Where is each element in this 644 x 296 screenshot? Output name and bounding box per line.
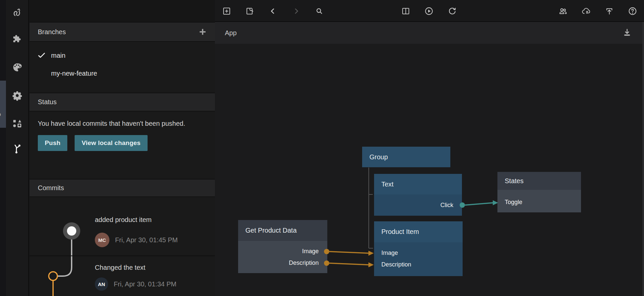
run-preview-icon[interactable] <box>422 4 435 18</box>
status-title: Status <box>38 98 57 106</box>
hierarchy-edge <box>369 168 373 248</box>
push-button[interactable]: Push <box>38 135 67 151</box>
node-group[interactable]: Group <box>362 147 450 167</box>
component-title: App <box>225 29 237 37</box>
navigate-back-icon[interactable] <box>266 4 279 18</box>
output-port-image[interactable]: Image <box>302 248 319 255</box>
commit-message: Changed the text <box>95 264 145 271</box>
branches-section-header: Branches <box>30 22 215 42</box>
branch-item-my-new-feature[interactable]: my-new-feature <box>30 64 215 82</box>
window-edge-strip <box>642 22 644 296</box>
input-port-image[interactable]: Image <box>381 250 398 257</box>
navigate-forward-icon[interactable] <box>290 4 303 18</box>
commits-title: Commits <box>38 184 64 192</box>
node-graph-canvas[interactable]: Group Text Click States Toggle Get Produ… <box>215 44 644 296</box>
deploy-upload-icon[interactable] <box>603 4 616 18</box>
node-text[interactable]: Text Click <box>374 174 462 216</box>
commits-section-header: Commits <box>30 179 215 197</box>
commit-row[interactable]: added product item MC Fri, Apr 30, 01:45… <box>30 197 215 256</box>
wire-arrowhead <box>368 262 374 267</box>
input-port-toggle[interactable]: Toggle <box>505 199 522 206</box>
panel-top-spacer <box>30 0 215 22</box>
node-title: Group <box>362 147 450 167</box>
left-edge-clipped-panel: t o <box>0 81 6 128</box>
author-avatar: AN <box>95 277 108 291</box>
node-product-item[interactable]: Product Item Image Description <box>374 221 463 276</box>
branch-item-main[interactable]: main <box>30 46 215 64</box>
output-port-description[interactable]: Description <box>289 259 319 266</box>
clipped-text-fragment: o <box>0 111 1 118</box>
status-message: You have local commits that haven't been… <box>38 118 200 129</box>
status-section-header: Status <box>30 93 215 111</box>
left-edge-clipped-window: t o <box>0 0 6 296</box>
settings-gear-icon[interactable] <box>10 88 25 103</box>
version-control-branch-icon[interactable] <box>10 141 25 156</box>
download-icon[interactable] <box>621 27 633 38</box>
current-branch-check-icon <box>37 50 47 60</box>
commit-row[interactable]: Changed the text AN Fri, Apr 30, 01:34 P… <box>30 256 215 296</box>
components-puzzle-icon[interactable] <box>10 32 25 46</box>
wire-click-toggle <box>465 203 493 205</box>
styles-palette-icon[interactable] <box>10 60 25 75</box>
noodl-editor-window: t o <box>0 0 644 296</box>
component-search-icon[interactable] <box>243 4 256 18</box>
version-control-panel: Branches main my-new-feature Status You … <box>30 0 215 296</box>
node-title: Product Item <box>374 221 463 242</box>
wire-image <box>329 252 369 253</box>
status-body: You have local commits that haven't been… <box>30 118 215 179</box>
commits-list: added product item MC Fri, Apr 30, 01:45… <box>30 197 215 296</box>
search-icon[interactable] <box>312 4 326 18</box>
component-header-bar: App <box>215 22 644 44</box>
add-branch-button[interactable] <box>198 28 207 36</box>
branch-label: my-new-feature <box>51 70 97 77</box>
wire-description <box>329 263 369 265</box>
node-title: Get Product Data <box>238 220 327 241</box>
editor-main: App <box>215 0 644 296</box>
input-port-description[interactable]: Description <box>381 261 411 268</box>
branches-title: Branches <box>38 28 66 36</box>
commit-message: added product item <box>95 216 152 224</box>
output-port-click[interactable]: Click <box>440 202 453 209</box>
activity-bar <box>6 0 29 296</box>
node-get-product-data[interactable]: Get Product Data Image Description <box>238 220 327 273</box>
noodl-logo-icon[interactable] <box>10 5 25 19</box>
collaborators-icon[interactable] <box>556 4 569 18</box>
wire-arrowhead <box>368 251 374 256</box>
branch-list: main my-new-feature <box>30 42 215 82</box>
top-toolbar <box>215 0 644 22</box>
node-title: States <box>497 172 581 190</box>
refresh-icon[interactable] <box>445 4 459 18</box>
help-icon[interactable] <box>626 4 639 18</box>
split-view-icon[interactable] <box>399 4 412 18</box>
node-states[interactable]: States Toggle <box>497 172 581 212</box>
author-avatar: MC <box>95 233 109 247</box>
cloud-services-icon[interactable] <box>579 4 593 18</box>
plus-icon <box>200 29 206 35</box>
commit-timestamp: Fri, Apr 30, 01:45 PM <box>115 236 178 244</box>
marketplace-shapes-icon[interactable] <box>10 116 25 131</box>
branch-label: main <box>51 52 65 59</box>
commit-timestamp: Fri, Apr 30, 01:34 PM <box>114 280 176 288</box>
view-local-changes-button[interactable]: View local changes <box>75 135 148 151</box>
node-title: Text <box>374 174 462 194</box>
add-node-icon[interactable] <box>220 4 233 18</box>
